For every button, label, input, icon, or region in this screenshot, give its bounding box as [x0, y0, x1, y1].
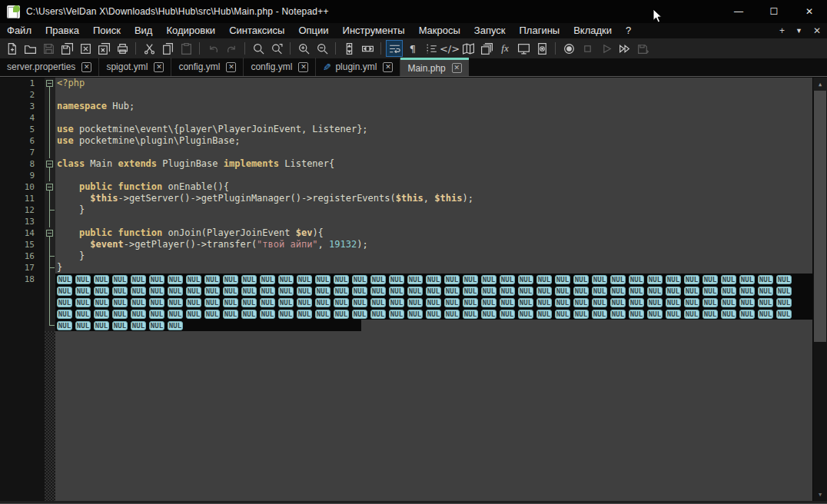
- print-button[interactable]: [114, 40, 131, 57]
- tab-close-icon[interactable]: ✕: [226, 62, 236, 72]
- menu-item-5[interactable]: Синтаксисы: [222, 23, 291, 38]
- close-all-documents-button[interactable]: [95, 40, 112, 57]
- close-document-icon: [79, 42, 92, 55]
- document-list-icon: [480, 42, 493, 55]
- nul-control-character: NUL: [168, 275, 183, 284]
- tab-bar: server.properties✕spigot.yml✕config.yml✕…: [0, 58, 827, 77]
- paste-icon: [180, 42, 193, 55]
- macro-stop-button[interactable]: [579, 40, 596, 57]
- function-list-button[interactable]: fx: [497, 40, 513, 57]
- scrollbar-up-button[interactable]: ▲: [813, 78, 827, 91]
- nul-control-character: NUL: [75, 287, 91, 296]
- tab-server-properties-0[interactable]: server.properties✕: [0, 58, 99, 76]
- tab-plugin-yml-4[interactable]: ✎plugin.yml✕: [316, 58, 400, 76]
- fold-collapse-box[interactable]: [45, 78, 55, 89]
- code-text: [55, 331, 812, 501]
- monitoring-button[interactable]: [515, 40, 532, 57]
- macro-run-multiple-button[interactable]: [616, 40, 633, 57]
- nul-control-character: NUL: [758, 298, 773, 307]
- replace-button[interactable]: [268, 40, 285, 57]
- window-bottom-border: [0, 501, 827, 504]
- tab-close-icon[interactable]: ✕: [154, 62, 164, 72]
- tab-Main-php-5[interactable]: Main.php✕: [400, 58, 468, 76]
- nul-control-character: NUL: [721, 275, 736, 284]
- new-file-button[interactable]: [3, 40, 20, 57]
- nul-control-character: NUL: [149, 275, 164, 284]
- copy-button[interactable]: [159, 40, 176, 57]
- zoom-in-button[interactable]: [295, 40, 312, 57]
- fold-margin: [45, 193, 55, 204]
- code-text: use pocketmine\plugin\PluginBase;: [55, 135, 812, 147]
- sync-horizontal-scroll-button[interactable]: [359, 40, 376, 57]
- show-indent-guide-button[interactable]: [423, 40, 440, 57]
- show-wrap-symbol-button[interactable]: </>: [441, 40, 458, 57]
- menu-item-4[interactable]: Кодировки: [159, 23, 222, 38]
- tab-label: config.yml: [178, 61, 220, 72]
- menu-item-2[interactable]: Поиск: [86, 23, 128, 38]
- menu-item-11[interactable]: Вкладки: [566, 23, 619, 38]
- find-button[interactable]: [250, 40, 267, 57]
- menu-item-10[interactable]: Плагины: [513, 23, 567, 38]
- open-folder-button[interactable]: [22, 40, 38, 57]
- editor[interactable]: 1<?php23namespace Hub;45use pocketmine\e…: [0, 78, 827, 501]
- token-p: ){: [312, 227, 323, 238]
- minimize-button[interactable]: —: [721, 0, 756, 23]
- cut-button[interactable]: [141, 40, 158, 57]
- close-document-button[interactable]: [77, 40, 94, 57]
- paste-button[interactable]: [178, 40, 194, 57]
- nul-control-character: NUL: [75, 298, 91, 307]
- nul-control-character: NUL: [666, 310, 681, 319]
- tab-spigot-yml-1[interactable]: spigot.yml✕: [99, 58, 171, 76]
- show-all-characters-button[interactable]: ¶: [404, 40, 421, 57]
- word-wrap-button[interactable]: [386, 40, 403, 57]
- document-map-button[interactable]: [460, 40, 477, 57]
- close-tab-icon[interactable]: ✕: [813, 25, 821, 36]
- nul-control-character: NUL: [739, 310, 755, 319]
- tab-close-icon[interactable]: ✕: [452, 63, 462, 73]
- vertical-scrollbar[interactable]: ▲ ▼: [812, 78, 827, 501]
- tab-close-icon[interactable]: ✕: [383, 62, 393, 72]
- tab-config-yml-2[interactable]: config.yml✕: [171, 58, 244, 76]
- fold-collapse-box[interactable]: [45, 227, 55, 239]
- nul-control-character: NUL: [131, 310, 146, 319]
- macro-record-button[interactable]: [560, 40, 577, 57]
- undo-button[interactable]: [204, 40, 221, 57]
- zoom-out-button[interactable]: [314, 40, 330, 57]
- fold-collapse-box[interactable]: [45, 158, 55, 170]
- new-tab-icon[interactable]: +: [779, 25, 785, 36]
- code-area[interactable]: 1<?php23namespace Hub;45use pocketmine\e…: [0, 78, 812, 501]
- scrollbar-track[interactable]: [813, 91, 827, 488]
- menu-item-6[interactable]: Опции: [291, 23, 335, 38]
- menu-item-9[interactable]: Запуск: [467, 23, 513, 38]
- fold-margin: [45, 262, 55, 274]
- document-peek-button[interactable]: [533, 40, 550, 57]
- menu-item-1[interactable]: Правка: [38, 23, 86, 38]
- fold-collapse-box[interactable]: [45, 181, 55, 193]
- sync-vertical-scroll-button[interactable]: [340, 40, 357, 57]
- tab-close-icon[interactable]: ✕: [298, 62, 308, 72]
- tab-list-icon[interactable]: ▼: [795, 27, 802, 35]
- toolbar-separator: [380, 42, 381, 55]
- save-all-button[interactable]: [58, 40, 75, 57]
- maximize-button[interactable]: ☐: [756, 0, 792, 23]
- save-button[interactable]: [40, 40, 57, 57]
- token-p: Listener{: [279, 158, 334, 169]
- macro-save-button[interactable]: [634, 40, 651, 57]
- nul-control-character: NUL: [297, 275, 312, 284]
- menu-item-8[interactable]: Макросы: [412, 23, 467, 38]
- menu-item-7[interactable]: Инструменты: [336, 23, 412, 38]
- scrollbar-down-button[interactable]: ▼: [813, 488, 827, 501]
- redo-button[interactable]: [223, 40, 240, 57]
- nul-control-character: NUL: [592, 310, 607, 319]
- document-list-button[interactable]: [478, 40, 495, 57]
- tab-close-icon[interactable]: ✕: [81, 62, 91, 72]
- tab-config-yml-3[interactable]: config.yml✕: [244, 58, 316, 76]
- menu-item-0[interactable]: Файл: [0, 23, 38, 38]
- menu-item-3[interactable]: Вид: [128, 23, 160, 38]
- macro-play-button[interactable]: [597, 40, 614, 57]
- nul-control-character: NUL: [721, 287, 736, 296]
- close-button[interactable]: ✕: [792, 0, 827, 23]
- line-number: [0, 320, 45, 331]
- scrollbar-thumb[interactable]: [814, 91, 826, 342]
- menu-item-12[interactable]: ?: [619, 23, 638, 38]
